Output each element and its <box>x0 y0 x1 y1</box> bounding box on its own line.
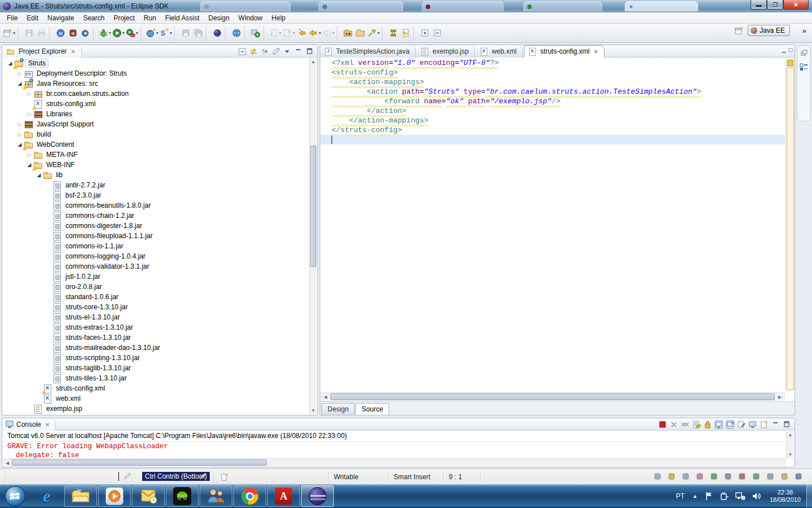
tree-item-br-com-caelum-struts-action[interactable]: ▷br.com.caelum.struts.action <box>3 89 309 99</box>
pin-editor-button[interactable]: ▾ <box>367 27 380 40</box>
close-view-icon[interactable]: ✕ <box>70 49 75 55</box>
open-resource-button[interactable] <box>354 27 367 40</box>
refresh-profile-button[interactable]: ↻ <box>399 27 412 40</box>
console-tab[interactable]: Console ✕ <box>2 418 56 431</box>
display-console-button[interactable] <box>747 419 758 430</box>
speaker-icon[interactable] <box>752 492 761 501</box>
menu-window[interactable]: Window <box>234 13 267 23</box>
forward-dropdown-icon[interactable]: ▾ <box>332 30 334 36</box>
editor-vertical-scrollbar[interactable] <box>785 58 795 391</box>
tray-chevron-icon[interactable]: ▲ <box>692 493 698 499</box>
menu-field-assist[interactable]: Field Assist <box>161 13 204 23</box>
tree-item-javascript-support[interactable]: ▷JavaScript Support <box>3 119 309 129</box>
tree-twisty-icon[interactable]: ▷ <box>25 111 33 117</box>
filter-dots-button[interactable] <box>259 46 270 56</box>
editor-tab-exemplo-jsp[interactable]: exemplo.jsp <box>417 45 475 58</box>
tree-item-libraries[interactable]: ▷Libraries <box>3 109 309 119</box>
collapse-all-button[interactable] <box>431 27 443 40</box>
external-tools-button[interactable]: ▾ <box>125 27 139 40</box>
menu-file[interactable]: File <box>2 13 22 23</box>
eclipse-sphere-button[interactable] <box>211 27 223 40</box>
taskbar-chrome-icon[interactable] <box>233 485 266 507</box>
new-web-module-dropdown-icon[interactable]: ▾ <box>156 30 158 36</box>
console-horizontal-scrollbar[interactable]: ◀ <box>3 458 786 466</box>
expand-all-button[interactable] <box>418 27 431 40</box>
open-console-button[interactable] <box>758 419 770 430</box>
action-center-flag-icon[interactable] <box>704 492 713 501</box>
project-explorer-tab[interactable]: Project Explorer ✕ <box>2 45 82 58</box>
minimize-button[interactable] <box>770 419 781 430</box>
menu-search[interactable]: Search <box>78 13 109 23</box>
power-plug-icon[interactable] <box>720 492 729 501</box>
menu-project[interactable]: Project <box>109 13 139 23</box>
tree-item-struts-faces-1-3-10-jar[interactable]: struts-faces-1.3.10.jar <box>3 332 309 343</box>
tree-item-commons-digester-1-8-jar[interactable]: commons-digester-1.8.jar <box>3 221 309 231</box>
tree-item-webcontent[interactable]: ◢WebContent <box>3 139 309 150</box>
page-tab-source[interactable]: Source <box>355 403 389 415</box>
explorer-vertical-scrollbar[interactable]: ▲ ▼ <box>309 58 317 414</box>
back-dropdown-icon[interactable]: ▾ <box>319 30 321 36</box>
tree-item-commons-validator-1-3-1-jar[interactable]: commons-validator-1.3.1.jar <box>3 261 309 271</box>
import-breakpoints-dropdown-icon[interactable]: ▾ <box>279 30 281 36</box>
validation-icon[interactable] <box>709 472 718 481</box>
menu-run[interactable]: Run <box>139 13 161 23</box>
tree-item-jstl-1-0-2-jar[interactable]: jstl-1.0.2.jar <box>3 271 309 282</box>
console-output[interactable]: Tomcat v6.0 Server at localhost [Apache … <box>3 431 786 458</box>
world-clock-icon[interactable] <box>794 472 803 481</box>
web-browser-button[interactable] <box>230 27 242 40</box>
properties-icon[interactable] <box>723 472 732 481</box>
export-breakpoints-dropdown-icon[interactable]: ▾ <box>293 30 295 36</box>
tree-item-bsf-2-3-0-jar[interactable]: bsf-2.3.0.jar <box>3 190 309 200</box>
tree-item-oro-2-0-8-jar[interactable]: oro-2.0.8.jar <box>3 282 309 292</box>
tree-item-meta-inf[interactable]: ▷META-INF <box>3 150 309 160</box>
run-button[interactable]: ▾ <box>112 27 125 40</box>
tree-item-commons-chain-1-2-jar[interactable]: commons-chain-1.2.jar <box>3 211 309 221</box>
usage-clock-icon[interactable] <box>667 472 676 481</box>
tree-item-struts-mailreader-dao-1-3-10-jar[interactable]: struts-mailreader-dao-1.3.10.jar <box>3 343 309 353</box>
tree-twisty-icon[interactable]: ▷ <box>25 152 33 157</box>
restore-view-icon[interactable] <box>800 49 808 57</box>
log-cube-button[interactable]: G <box>67 27 79 40</box>
focus-task-button[interactable] <box>270 46 281 56</box>
minimize-button[interactable]: ▬ <box>751 0 767 10</box>
tree-item-struts-config-xml[interactable]: struts-config.xml <box>3 99 309 109</box>
new-web-module-button[interactable]: ▾ <box>145 27 159 40</box>
pin-editor-dropdown-icon[interactable]: ▾ <box>377 30 379 36</box>
language-indicator[interactable]: PT <box>676 492 685 500</box>
restore-button[interactable]: ❐ <box>767 0 783 10</box>
tree-item-struts-el-1-3-10-jar[interactable]: struts-el-1.3.10.jar <box>3 312 309 322</box>
tree-twisty-icon[interactable]: ▷ <box>16 132 24 137</box>
tree-item-web-xml[interactable]: web.xml <box>3 393 309 404</box>
tree-twisty-icon[interactable]: ◢ <box>35 172 43 178</box>
editor-tab-web-xml[interactable]: web.xml <box>476 45 523 58</box>
tree-item-struts-scripting-1-3-10-jar[interactable]: struts-scripting-1.3.10.jar <box>3 353 309 363</box>
pin-console-button[interactable] <box>713 419 725 430</box>
new-web-service-dropdown-icon[interactable]: ▾ <box>170 30 172 36</box>
console-vertical-scrollbar[interactable]: ▲▼ <box>786 431 794 458</box>
toolbar-overflow-chevron[interactable]: » <box>802 27 806 35</box>
menu-navigate[interactable]: Navigate <box>43 13 78 23</box>
tree-twisty-icon[interactable]: ▷ <box>25 91 33 97</box>
debug-button[interactable]: ▾ <box>98 27 112 40</box>
source-editor[interactable]: <?xml version="1.0" encoding="UTF-8"?><s… <box>320 58 785 391</box>
taskbar-eclipse-icon[interactable] <box>301 485 334 507</box>
page-tab-design[interactable]: Design <box>321 403 355 415</box>
tree-item-lib[interactable]: ◢lib <box>3 170 309 180</box>
menu-edit[interactable]: Edit <box>22 13 43 23</box>
debug-dropdown-icon[interactable]: ▾ <box>109 30 111 36</box>
minimize-editor-icon[interactable]: ▁ <box>782 47 786 52</box>
save-button[interactable] <box>23 27 35 40</box>
clock[interactable]: 22:38 18/08/2010 <box>770 489 801 503</box>
fast-view-icon[interactable] <box>653 472 662 481</box>
tree-item-commons-fileupload-1-1-1-jar[interactable]: commons-fileupload-1.1.1.jar <box>3 231 309 241</box>
tree-twisty-icon[interactable]: ▷ <box>16 121 24 127</box>
tree-item-commons-io-1-1-jar[interactable]: commons-io-1.1.jar <box>3 241 309 251</box>
editor-tab-testesimplesaction-java[interactable]: TesteSimplesAction.java <box>320 45 416 58</box>
tree-item-struts-extras-1-3-10-jar[interactable]: struts-extras-1.3.10.jar <box>3 322 309 332</box>
open-type-button[interactable] <box>342 27 354 40</box>
run-on-server-button[interactable] <box>249 27 262 40</box>
run-dropdown-icon[interactable]: ▾ <box>122 30 125 36</box>
tree-item-web-inf[interactable]: ◢WEB-INF <box>3 160 309 170</box>
working-sets-icon[interactable] <box>752 472 761 481</box>
tree-item-struts-core-1-3-10-jar[interactable]: struts-core-1.3.10.jar <box>3 302 309 312</box>
